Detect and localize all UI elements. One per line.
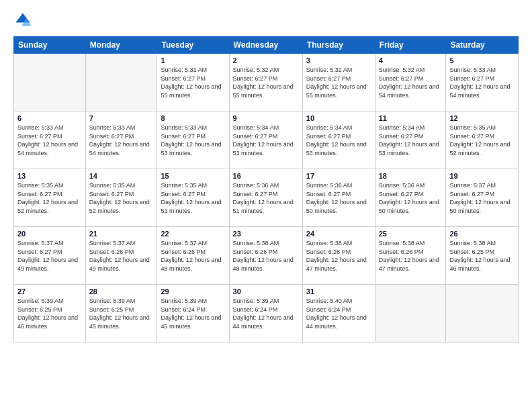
calendar-cell: 27Sunrise: 5:39 AMSunset: 6:25 PMDayligh… — [14, 285, 86, 342]
day-info: Sunrise: 5:40 AMSunset: 6:24 PMDaylight:… — [306, 297, 371, 330]
weekday-header-wednesday: Wednesday — [229, 37, 302, 54]
day-number: 28 — [89, 287, 154, 295]
day-info: Sunrise: 5:37 AMSunset: 6:27 PMDaylight:… — [17, 239, 82, 273]
day-number: 24 — [306, 230, 371, 238]
page: SundayMondayTuesdayWednesdayThursdayFrid… — [0, 0, 532, 411]
calendar-cell: 20Sunrise: 5:37 AMSunset: 6:27 PMDayligh… — [14, 227, 86, 285]
calendar-cell: 10Sunrise: 5:34 AMSunset: 6:27 PMDayligh… — [302, 111, 375, 169]
day-info: Sunrise: 5:32 AMSunset: 6:27 PMDaylight:… — [233, 66, 299, 99]
calendar-cell: 17Sunrise: 5:36 AMSunset: 6:27 PMDayligh… — [302, 169, 375, 227]
calendar-cell — [85, 54, 157, 111]
week-row-0: 1Sunrise: 5:31 AMSunset: 6:27 PMDaylight… — [14, 54, 519, 111]
day-info: Sunrise: 5:33 AMSunset: 6:27 PMDaylight:… — [17, 124, 82, 157]
day-number: 25 — [379, 230, 443, 238]
day-number: 21 — [89, 230, 154, 238]
day-info: Sunrise: 5:38 AMSunset: 6:26 PMDaylight:… — [233, 239, 299, 273]
day-info: Sunrise: 5:33 AMSunset: 6:27 PMDaylight:… — [89, 124, 154, 157]
logo — [13, 11, 35, 30]
day-number: 3 — [306, 56, 371, 64]
day-number: 7 — [89, 114, 154, 122]
calendar-cell: 28Sunrise: 5:39 AMSunset: 6:25 PMDayligh… — [85, 285, 157, 342]
calendar-cell — [14, 54, 86, 111]
day-info: Sunrise: 5:38 AMSunset: 6:26 PMDaylight:… — [306, 239, 371, 273]
day-info: Sunrise: 5:33 AMSunset: 6:27 PMDaylight:… — [449, 66, 515, 99]
calendar-cell: 18Sunrise: 5:36 AMSunset: 6:27 PMDayligh… — [375, 169, 446, 227]
day-number: 12 — [449, 114, 515, 122]
calendar-cell: 8Sunrise: 5:33 AMSunset: 6:27 PMDaylight… — [157, 111, 229, 169]
day-number: 22 — [161, 230, 225, 238]
day-number: 31 — [306, 287, 371, 295]
day-number: 18 — [379, 172, 443, 180]
day-number: 27 — [17, 287, 82, 295]
day-info: Sunrise: 5:37 AMSunset: 6:27 PMDaylight:… — [449, 181, 515, 215]
calendar-cell: 11Sunrise: 5:34 AMSunset: 6:27 PMDayligh… — [375, 111, 446, 169]
day-number: 20 — [17, 230, 82, 238]
calendar-cell: 1Sunrise: 5:31 AMSunset: 6:27 PMDaylight… — [157, 54, 229, 111]
day-number: 4 — [379, 56, 443, 64]
week-row-3: 20Sunrise: 5:37 AMSunset: 6:27 PMDayligh… — [14, 227, 519, 285]
day-info: Sunrise: 5:39 AMSunset: 6:24 PMDaylight:… — [233, 297, 299, 330]
calendar-cell: 29Sunrise: 5:39 AMSunset: 6:24 PMDayligh… — [157, 285, 229, 342]
calendar-cell: 30Sunrise: 5:39 AMSunset: 6:24 PMDayligh… — [229, 285, 302, 342]
day-info: Sunrise: 5:34 AMSunset: 6:27 PMDaylight:… — [306, 124, 371, 157]
day-number: 6 — [17, 114, 82, 122]
calendar-cell: 21Sunrise: 5:37 AMSunset: 6:26 PMDayligh… — [85, 227, 157, 285]
calendar-cell: 5Sunrise: 5:33 AMSunset: 6:27 PMDaylight… — [446, 54, 519, 111]
day-info: Sunrise: 5:35 AMSunset: 6:27 PMDaylight:… — [161, 181, 225, 215]
day-info: Sunrise: 5:35 AMSunset: 6:27 PMDaylight:… — [17, 181, 82, 215]
day-number: 29 — [161, 287, 225, 295]
calendar-cell: 4Sunrise: 5:32 AMSunset: 6:27 PMDaylight… — [375, 54, 446, 111]
day-number: 23 — [233, 230, 299, 238]
day-info: Sunrise: 5:37 AMSunset: 6:26 PMDaylight:… — [161, 239, 225, 273]
weekday-header-saturday: Saturday — [446, 37, 519, 54]
logo-icon — [13, 11, 32, 30]
day-info: Sunrise: 5:35 AMSunset: 6:27 PMDaylight:… — [89, 181, 154, 215]
day-number: 19 — [449, 172, 515, 180]
day-info: Sunrise: 5:35 AMSunset: 6:27 PMDaylight:… — [449, 124, 515, 157]
day-info: Sunrise: 5:32 AMSunset: 6:27 PMDaylight:… — [379, 66, 443, 99]
day-info: Sunrise: 5:38 AMSunset: 6:26 PMDaylight:… — [379, 239, 443, 273]
calendar-cell: 3Sunrise: 5:32 AMSunset: 6:27 PMDaylight… — [302, 54, 375, 111]
calendar-cell — [446, 285, 519, 342]
calendar-cell: 6Sunrise: 5:33 AMSunset: 6:27 PMDaylight… — [14, 111, 86, 169]
calendar-cell: 9Sunrise: 5:34 AMSunset: 6:27 PMDaylight… — [229, 111, 302, 169]
calendar-cell: 15Sunrise: 5:35 AMSunset: 6:27 PMDayligh… — [157, 169, 229, 227]
day-info: Sunrise: 5:39 AMSunset: 6:24 PMDaylight:… — [161, 297, 225, 330]
day-info: Sunrise: 5:34 AMSunset: 6:27 PMDaylight:… — [233, 124, 299, 157]
day-info: Sunrise: 5:39 AMSunset: 6:25 PMDaylight:… — [17, 297, 82, 330]
week-row-2: 13Sunrise: 5:35 AMSunset: 6:27 PMDayligh… — [14, 169, 519, 227]
day-info: Sunrise: 5:37 AMSunset: 6:26 PMDaylight:… — [89, 239, 154, 273]
day-info: Sunrise: 5:36 AMSunset: 6:27 PMDaylight:… — [233, 181, 299, 215]
day-info: Sunrise: 5:39 AMSunset: 6:25 PMDaylight:… — [89, 297, 154, 330]
day-info: Sunrise: 5:36 AMSunset: 6:27 PMDaylight:… — [379, 181, 443, 215]
calendar-cell: 25Sunrise: 5:38 AMSunset: 6:26 PMDayligh… — [375, 227, 446, 285]
week-row-4: 27Sunrise: 5:39 AMSunset: 6:25 PMDayligh… — [14, 285, 519, 342]
weekday-header-row: SundayMondayTuesdayWednesdayThursdayFrid… — [14, 37, 519, 54]
day-number: 16 — [233, 172, 299, 180]
day-number: 5 — [449, 56, 515, 64]
calendar-table: SundayMondayTuesdayWednesdayThursdayFrid… — [13, 36, 519, 342]
day-number: 13 — [17, 172, 82, 180]
day-number: 8 — [161, 114, 225, 122]
calendar-cell: 23Sunrise: 5:38 AMSunset: 6:26 PMDayligh… — [229, 227, 302, 285]
day-number: 9 — [233, 114, 299, 122]
day-number: 14 — [89, 172, 154, 180]
calendar-cell: 14Sunrise: 5:35 AMSunset: 6:27 PMDayligh… — [85, 169, 157, 227]
day-number: 1 — [161, 56, 225, 64]
day-info: Sunrise: 5:32 AMSunset: 6:27 PMDaylight:… — [306, 66, 371, 99]
weekday-header-tuesday: Tuesday — [157, 37, 229, 54]
calendar-cell — [375, 285, 446, 342]
weekday-header-friday: Friday — [375, 37, 446, 54]
day-info: Sunrise: 5:36 AMSunset: 6:27 PMDaylight:… — [306, 181, 371, 215]
calendar-cell: 26Sunrise: 5:38 AMSunset: 6:25 PMDayligh… — [446, 227, 519, 285]
day-info: Sunrise: 5:31 AMSunset: 6:27 PMDaylight:… — [161, 66, 225, 99]
day-number: 17 — [306, 172, 371, 180]
weekday-header-thursday: Thursday — [302, 37, 375, 54]
day-number: 26 — [449, 230, 515, 238]
day-number: 2 — [233, 56, 299, 64]
day-info: Sunrise: 5:33 AMSunset: 6:27 PMDaylight:… — [161, 124, 225, 157]
calendar-cell: 31Sunrise: 5:40 AMSunset: 6:24 PMDayligh… — [302, 285, 375, 342]
day-number: 10 — [306, 114, 371, 122]
calendar-cell: 19Sunrise: 5:37 AMSunset: 6:27 PMDayligh… — [446, 169, 519, 227]
day-number: 11 — [379, 114, 443, 122]
